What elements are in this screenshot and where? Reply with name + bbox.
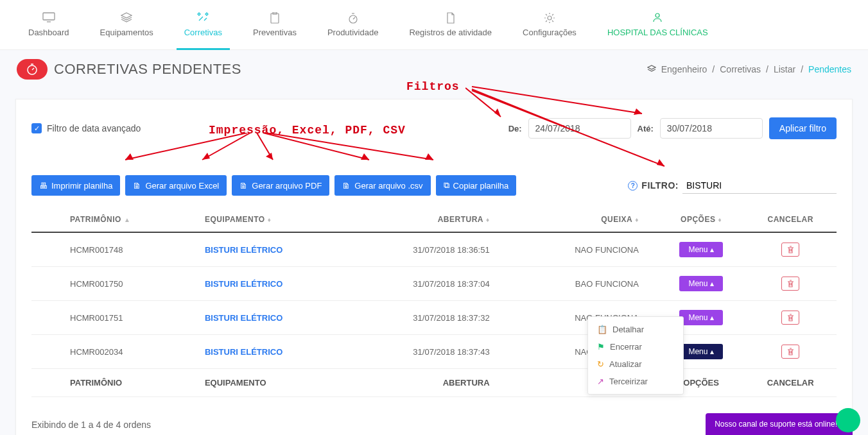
svg-line-14 — [472, 87, 642, 114]
cell-cancelar — [744, 232, 837, 267]
menu-terceirizar[interactable]: ↗Terceirizar — [588, 373, 683, 390]
layers-icon — [647, 64, 656, 74]
nav-config[interactable]: Configurações — [507, 0, 592, 50]
svg-rect-0 — [43, 13, 55, 20]
nav-equipamentos[interactable]: Equipamentos — [85, 0, 169, 50]
gauge-icon — [327, 12, 379, 24]
help-icon[interactable]: ? — [628, 181, 638, 191]
orders-table: PATRIMÔNIO▲ EQUIPAMENTO♦ ABERTURA♦ QUEIX… — [31, 207, 837, 397]
nav-label: HOSPITAL DAS CLÍNICAS — [607, 28, 708, 37]
col-equipamento[interactable]: EQUIPAMENTO♦ — [200, 207, 342, 232]
table-row: HCMR002034BISTURI ELÉTRICO31/07/2018 18:… — [31, 335, 837, 369]
crumb-listar[interactable]: Listar — [774, 64, 795, 74]
crumb-pendentes: Pendentes — [808, 64, 851, 74]
gear-icon — [523, 12, 577, 24]
menu-button[interactable]: Menu ▴ — [679, 344, 722, 359]
sort-asc-icon: ▲ — [124, 216, 130, 223]
svg-marker-26 — [361, 153, 369, 160]
export-row: 🖶Imprimir planilha 🗎Gerar arquivo Excel … — [31, 175, 837, 196]
cell-equipamento[interactable]: BISTURI ELÉTRICO — [200, 335, 342, 369]
filter-label: FILTRO: — [641, 180, 679, 191]
crumb-engenheiro[interactable]: Engenheiro — [661, 64, 707, 74]
col-queixa[interactable]: QUEIXA♦ — [516, 207, 658, 232]
de-input[interactable] — [528, 118, 631, 139]
search-filter: ? FILTRO: — [628, 175, 837, 196]
adv-filter-label: Filtro de data avançado — [47, 123, 141, 133]
excel-button[interactable]: 🗎Gerar arquivo Excel — [125, 175, 227, 196]
clipboard-icon — [253, 12, 297, 24]
svg-marker-15 — [634, 108, 642, 115]
nav-label: Configurações — [523, 28, 577, 37]
cell-equipamento[interactable]: BISTURI ELÉTRICO — [200, 267, 342, 301]
svg-line-5 — [353, 17, 355, 19]
trash-icon — [787, 314, 794, 321]
main-card: Filtros ✓ Filtro de data avançado De: At… — [15, 99, 853, 435]
date-range: De: Até: Aplicar filtro — [508, 117, 837, 139]
crumb-corretivas[interactable]: Corretivas — [720, 64, 761, 74]
trash-icon — [787, 280, 794, 287]
nav-label: Preventivas — [253, 28, 297, 37]
trash-icon — [787, 246, 794, 253]
filter-bar: ✓ Filtro de data avançado De: Até: Aplic… — [31, 117, 837, 139]
cell-queixa: NAO FUNCIONA — [516, 232, 658, 267]
nav-dashboard[interactable]: Dashboard — [13, 0, 85, 50]
nav-label: Registros de atividade — [409, 28, 492, 37]
nav-label: Corretivas — [184, 28, 222, 37]
csv-button[interactable]: 🗎Gerar arquivo .csv — [334, 175, 430, 196]
tools-icon — [184, 12, 222, 24]
flag-icon: ⚑ — [597, 342, 605, 352]
col-cancelar: CANCELAR — [744, 207, 837, 232]
cell-abertura: 31/07/2018 18:37:32 — [342, 301, 516, 335]
monitor-icon — [28, 12, 69, 24]
print-button[interactable]: 🖶Imprimir planilha — [31, 175, 120, 196]
pdf-button[interactable]: 🗎Gerar arquivo PDF — [232, 175, 329, 196]
page-title: CORRETIVAS PENDENTES — [54, 61, 241, 78]
delete-button[interactable] — [781, 277, 799, 291]
delete-button[interactable] — [781, 345, 799, 359]
annotation-export: Impressão, Excel, PDF, CSV — [209, 124, 406, 137]
nav-registros[interactable]: Registros de atividade — [394, 0, 507, 50]
apply-filter-button[interactable]: Aplicar filtro — [769, 117, 837, 139]
sort-icon: ♦ — [718, 216, 722, 223]
cell-equipamento[interactable]: BISTURI ELÉTRICO — [200, 232, 342, 267]
layers-icon — [100, 12, 153, 24]
file-icon: 🗎 — [133, 181, 141, 191]
menu-detalhar[interactable]: 📋Detalhar — [588, 321, 683, 338]
menu-encerrar[interactable]: ⚑Encerrar — [588, 338, 683, 355]
cell-queixa: BAO FUNCIONA — [516, 267, 658, 301]
col-abertura[interactable]: ABERTURA♦ — [342, 207, 516, 232]
support-bubble-icon — [836, 408, 860, 432]
support-widget[interactable]: Nosso canal de suporte está online! — [706, 413, 853, 435]
adv-filter-checkbox[interactable]: ✓ — [31, 123, 42, 133]
ate-input[interactable] — [660, 118, 763, 139]
delete-button[interactable] — [781, 311, 799, 325]
svg-marker-24 — [266, 153, 273, 160]
nav-corretivas[interactable]: Corretivas — [169, 0, 238, 50]
menu-atualizar[interactable]: ↻Atualizar — [588, 355, 683, 373]
page-icon-pill — [17, 59, 48, 80]
col-opcoes[interactable]: OPÇÕES♦ — [658, 207, 745, 232]
svg-marker-18 — [657, 159, 664, 166]
top-nav: Dashboard Equipamentos Corretivas Preven… — [0, 0, 868, 50]
copy-button[interactable]: ⧉Copiar planilha — [436, 175, 517, 196]
stopwatch-icon — [26, 64, 38, 75]
nav-produtividade[interactable]: Produtividade — [312, 0, 394, 50]
nav-preventivas[interactable]: Preventivas — [238, 0, 312, 50]
svg-line-12 — [465, 88, 501, 117]
delete-button[interactable] — [781, 243, 799, 257]
menu-dropdown: 📋Detalhar ⚑Encerrar ↻Atualizar ↗Terceiri… — [587, 316, 684, 395]
cell-patrimonio: HCMR002034 — [31, 335, 200, 369]
menu-button[interactable]: Menu ▴ — [679, 276, 722, 291]
menu-button[interactable]: Menu ▴ — [679, 242, 722, 257]
svg-marker-13 — [494, 108, 501, 117]
cell-equipamento[interactable]: BISTURI ELÉTRICO — [200, 301, 342, 335]
menu-button[interactable]: Menu ▴ — [679, 310, 722, 325]
nav-label: Dashboard — [28, 28, 69, 37]
refresh-icon: ↻ — [597, 359, 604, 369]
file-icon: 🗎 — [342, 181, 351, 191]
col-patrimonio[interactable]: PATRIMÔNIO▲ — [31, 207, 200, 232]
de-label: De: — [508, 124, 522, 133]
svg-line-10 — [32, 68, 34, 70]
nav-hospital[interactable]: HOSPITAL DAS CLÍNICAS — [592, 0, 724, 50]
filter-input[interactable] — [682, 178, 837, 194]
